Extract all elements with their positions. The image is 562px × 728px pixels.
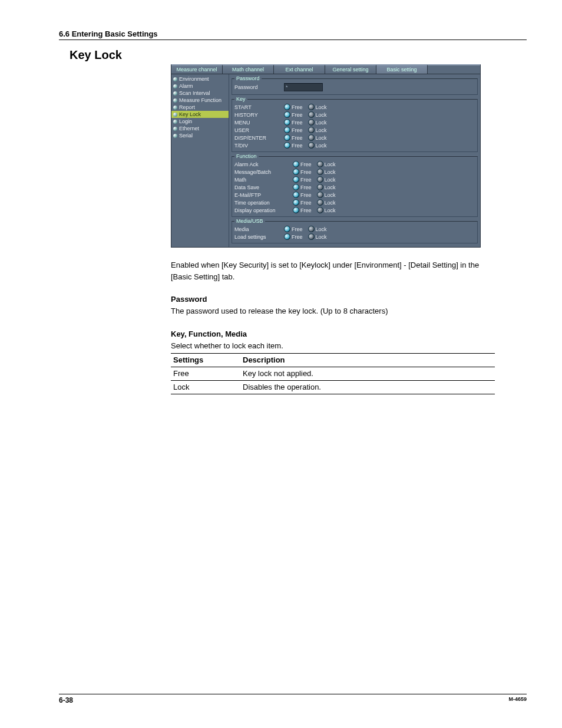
bullet-icon [173, 127, 177, 131]
section-header: 6.6 Entering Basic Settings [59, 29, 527, 40]
radio-group: Free Lock [284, 233, 330, 240]
radio-label: Free [292, 143, 303, 149]
sidebar-item-label: Login [179, 118, 192, 124]
radio-group: Free Lock [293, 199, 339, 206]
radio-label: Free [292, 104, 303, 110]
sidebar-item-label: Serial [179, 133, 193, 139]
sidebar-item-key-lock[interactable]: Key Lock [171, 111, 229, 118]
tab-ext-channel[interactable]: Ext channel [274, 65, 325, 74]
radio-label: Free [300, 185, 312, 190]
sidebar-item-login[interactable]: Login [171, 118, 229, 125]
sidebar-item-alarm[interactable]: Alarm [171, 83, 229, 90]
sidebar-item-environment[interactable]: Environment [171, 75, 229, 83]
radio-free[interactable] [293, 199, 299, 206]
password-input[interactable]: * [284, 83, 323, 91]
radio-lock[interactable] [308, 134, 315, 141]
tab-math-channel[interactable]: Math channel [223, 65, 274, 74]
radio-free[interactable] [284, 127, 290, 133]
radio-group: Free Lock [293, 184, 339, 190]
sidebar-item-ethernet[interactable]: Ethernet [171, 125, 229, 132]
radio-lock[interactable] [308, 111, 315, 118]
radio-label: Lock [316, 127, 327, 133]
radio-lock[interactable] [308, 226, 315, 232]
bullet-icon [173, 77, 177, 81]
function-item-label: Time operation [234, 200, 290, 206]
bullet-icon [173, 84, 177, 88]
radio-free[interactable] [293, 161, 299, 167]
table-row: Free Key lock not applied. [171, 367, 495, 380]
radio-lock[interactable] [308, 104, 315, 110]
radio-lock[interactable] [308, 127, 315, 133]
sidebar-item-label: Key Lock [179, 111, 201, 117]
sidebar-item-label: Alarm [179, 83, 193, 89]
radio-free[interactable] [284, 226, 290, 232]
radio-group: Free Lock [284, 127, 330, 133]
tab-general-setting[interactable]: General setting [325, 65, 376, 74]
sidebar-item-report[interactable]: Report [171, 104, 229, 111]
radio-lock[interactable] [317, 169, 323, 175]
radio-lock[interactable] [317, 207, 323, 213]
radio-free[interactable] [293, 176, 299, 183]
key-item-label: T/DIV [234, 143, 282, 149]
radio-label: Lock [316, 143, 327, 149]
bullet-icon [173, 113, 177, 117]
sidebar-item-label: Scan Interval [179, 90, 210, 96]
sidebar-item-measure-function[interactable]: Measure Function [171, 97, 229, 104]
radio-free[interactable] [293, 207, 299, 213]
page-title: Key Lock [70, 48, 527, 62]
radio-free[interactable] [284, 142, 290, 149]
group-media-usb: Media/USB Media Free Lock Load settings … [232, 218, 478, 243]
password-heading: Password [171, 294, 501, 305]
page-number: 6-38 [59, 696, 73, 704]
radio-free[interactable] [293, 184, 299, 190]
radio-label: Free [300, 192, 312, 198]
radio-lock[interactable] [317, 199, 323, 206]
radio-lock[interactable] [308, 233, 315, 240]
tab-basic-setting[interactable]: Basic setting [376, 65, 428, 74]
enabled-note: Enabled when [Key Security] is set to [K… [171, 259, 501, 283]
radio-lock[interactable] [317, 184, 323, 190]
tab-measure-channel[interactable]: Measure channel [171, 65, 223, 74]
sidebar-item-label: Environment [179, 76, 209, 82]
key-item-label: START [234, 104, 282, 110]
group-password: Password Password * [232, 75, 478, 95]
radio-lock[interactable] [308, 119, 315, 126]
key-item-label: HISTORY [234, 112, 282, 118]
radio-free[interactable] [293, 169, 299, 175]
radio-lock[interactable] [317, 192, 323, 198]
radio-label: Lock [325, 192, 336, 198]
group-legend: Media/USB [234, 218, 265, 224]
radio-group: Free Lock [293, 207, 339, 213]
bullet-icon [173, 106, 177, 110]
content-pane: Password Password * Key START Free Lock … [229, 74, 480, 247]
radio-group: Free Lock [284, 142, 330, 149]
radio-group: Free Lock [293, 161, 339, 167]
radio-free[interactable] [284, 134, 290, 141]
radio-label: Lock [316, 226, 327, 232]
radio-free[interactable] [284, 111, 290, 118]
radio-free[interactable] [284, 104, 290, 110]
group-function: Function Alarm Ack Free Lock Message/Bat… [232, 153, 478, 217]
radio-group: Free Lock [284, 226, 330, 232]
radio-group: Free Lock [293, 176, 339, 183]
group-legend: Password [234, 75, 262, 81]
sidebar-item-scan-interval[interactable]: Scan Interval [171, 90, 229, 97]
group-legend: Key [234, 96, 247, 102]
radio-lock[interactable] [317, 161, 323, 167]
table-cell: Lock [171, 381, 240, 394]
radio-lock[interactable] [317, 176, 323, 183]
radio-label: Lock [325, 162, 336, 167]
radio-group: Free Lock [284, 119, 330, 126]
radio-free[interactable] [293, 192, 299, 198]
radio-label: Lock [325, 207, 336, 213]
radio-label: Free [300, 207, 312, 213]
key-item-label: USER [234, 127, 282, 133]
radio-free[interactable] [284, 233, 290, 240]
radio-lock[interactable] [308, 142, 315, 149]
doc-id: M-4659 [508, 696, 527, 704]
table-header: Settings [171, 353, 240, 367]
radio-free[interactable] [284, 119, 290, 126]
radio-label: Lock [316, 112, 327, 118]
settings-table: Settings Description Free Key lock not a… [171, 353, 495, 394]
sidebar-item-serial[interactable]: Serial [171, 132, 229, 139]
